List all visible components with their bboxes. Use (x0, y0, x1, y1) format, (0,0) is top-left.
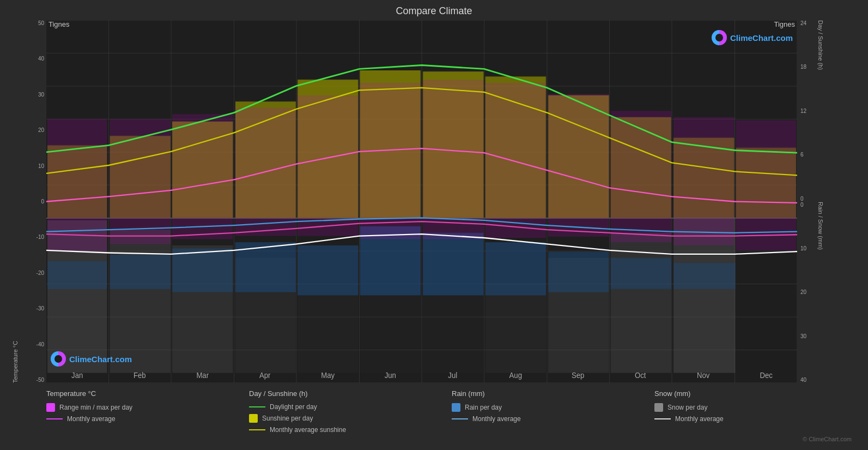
svg-rect-40 (298, 245, 358, 296)
legend-daylight-label: Daylight per day (270, 403, 317, 411)
brand-icon-bottom-left (51, 351, 66, 367)
svg-text:Aug: Aug (509, 370, 522, 380)
legend-sunshine-title: Day / Sunshine (h) (249, 389, 452, 398)
svg-text:Jul: Jul (448, 370, 457, 380)
svg-text:Jun: Jun (385, 370, 396, 380)
y-axes-right: 24 18 12 6 0 Day / Sunshine (h) 0 10 20 … (797, 20, 857, 383)
legend-snow-title: Snow (mm) (654, 389, 857, 398)
svg-rect-68 (360, 83, 421, 239)
legend-snow-avg-label: Monthly average (675, 415, 724, 423)
svg-rect-69 (423, 80, 483, 239)
svg-rect-44 (548, 251, 609, 292)
y-axis-sunshine-label: Day / Sunshine (h) (816, 20, 825, 202)
svg-rect-34 (360, 295, 421, 373)
svg-rect-67 (298, 95, 358, 236)
svg-text:Feb: Feb (133, 370, 146, 380)
svg-rect-48 (172, 248, 233, 292)
svg-rect-70 (485, 83, 546, 238)
legend-daylight-line (249, 406, 265, 407)
y-axis-rain-label: Rain / Snow (mm) (816, 202, 825, 383)
svg-text:Oct: Oct (635, 370, 646, 380)
legend-temp-range-color (46, 403, 55, 412)
page-container: Compare Climate Temperature °C 50 40 30 … (0, 0, 868, 450)
sunshine-ticks: 24 18 12 6 0 (797, 20, 816, 202)
legend-sunshine-box: Sunshine per day (249, 414, 452, 423)
svg-rect-72 (611, 111, 671, 242)
svg-text:Sep: Sep (572, 370, 585, 380)
svg-rect-46 (47, 261, 107, 289)
svg-text:Dec: Dec (760, 370, 773, 380)
legend-snow-box: Snow per day (654, 403, 857, 412)
legend-sunshine-avg: Monthly average sunshine (249, 426, 452, 434)
legend-rain-title: Rain (mm) (452, 389, 654, 398)
legend-sunshine-avg-label: Monthly average sunshine (270, 426, 346, 434)
svg-rect-47 (110, 255, 171, 289)
legend-temp-range: Range min / max per day (46, 403, 249, 412)
legend-sunshine-avg-line (249, 429, 265, 430)
rain-ticks: 0 10 20 30 40 (797, 202, 816, 383)
copyright-label: © ClimeChart.com (11, 436, 857, 445)
legend-sunshine-box-label: Sunshine per day (262, 415, 313, 422)
location-label-left: Tignes (48, 20, 70, 28)
svg-text:Nov: Nov (697, 370, 709, 380)
location-label-right: Tignes (774, 20, 795, 28)
svg-rect-73 (673, 117, 734, 245)
svg-rect-71 (548, 94, 609, 236)
svg-rect-65 (172, 114, 233, 239)
legend-snow-avg: Monthly average (654, 415, 857, 423)
legend-rain-box: Rain per day (452, 403, 654, 412)
brand-logo-bottom-left: ClimeChart.com (51, 351, 132, 367)
svg-text:Apr: Apr (259, 370, 271, 380)
legend-temp-avg: Monthly average (46, 415, 249, 423)
brand-name-bottom-left: ClimeChart.com (69, 355, 132, 364)
legend-sunshine: Day / Sunshine (h) Daylight per day Suns… (249, 389, 452, 434)
legend-rain-avg-line (452, 418, 468, 419)
legend-area: Temperature °C Range min / max per day M… (11, 383, 857, 436)
svg-rect-36 (485, 283, 546, 373)
svg-text:May: May (321, 370, 335, 380)
legend-rain: Rain (mm) Rain per day Monthly average (452, 389, 654, 423)
legend-rain-box-color (452, 403, 460, 412)
svg-rect-74 (736, 120, 796, 250)
legend-snow-box-color (654, 403, 663, 412)
legend-temperature-title: Temperature °C (46, 389, 249, 398)
y-axis-rain: 0 10 20 30 40 Rain / Snow (mm) (797, 202, 857, 383)
legend-temp-avg-line (46, 418, 63, 419)
legend-snow: Snow (mm) Snow per day Monthly average (654, 389, 857, 423)
legend-snow-avg-line (654, 418, 671, 419)
legend-rain-avg-label: Monthly average (472, 415, 521, 423)
y-axis-sunshine: 24 18 12 6 0 Day / Sunshine (h) (797, 20, 857, 202)
svg-rect-50 (673, 263, 735, 289)
legend-rain-box-label: Rain per day (465, 404, 502, 411)
legend-temp-avg-label: Monthly average (67, 415, 116, 423)
y-axis-left-label: Temperature °C (11, 20, 19, 383)
legend-temperature: Temperature °C Range min / max per day M… (46, 389, 249, 423)
legend-temp-range-label: Range min / max per day (59, 404, 132, 411)
legend-daylight: Daylight per day (249, 403, 452, 411)
svg-text:Mar: Mar (196, 370, 209, 380)
svg-rect-33 (298, 283, 358, 373)
legend-sunshine-box-color (249, 414, 258, 423)
svg-rect-35 (423, 295, 483, 373)
chart-title: Compare Climate (11, 5, 857, 17)
legend-rain-avg: Monthly average (452, 415, 654, 423)
brand-name-top-right: ClimeChart.com (730, 33, 793, 43)
chart-svg: Jan Feb Mar Apr May Jun Jul Aug Sep Oct … (46, 20, 797, 383)
y-axis-left-ticks: 50 40 30 20 10 0 -10 -20 -30 -40 -50 (19, 20, 46, 383)
legend-snow-box-label: Snow per day (667, 404, 707, 411)
svg-rect-42 (423, 233, 483, 296)
svg-rect-43 (485, 242, 546, 295)
chart-plot: Tignes Tignes ClimeChart.com ClimeChart.… (46, 20, 797, 383)
svg-rect-45 (611, 258, 671, 289)
brand-logo-top-right: ClimeChart.com (712, 30, 793, 45)
brand-icon-top-right (712, 30, 727, 45)
svg-text:Jan: Jan (71, 370, 83, 380)
